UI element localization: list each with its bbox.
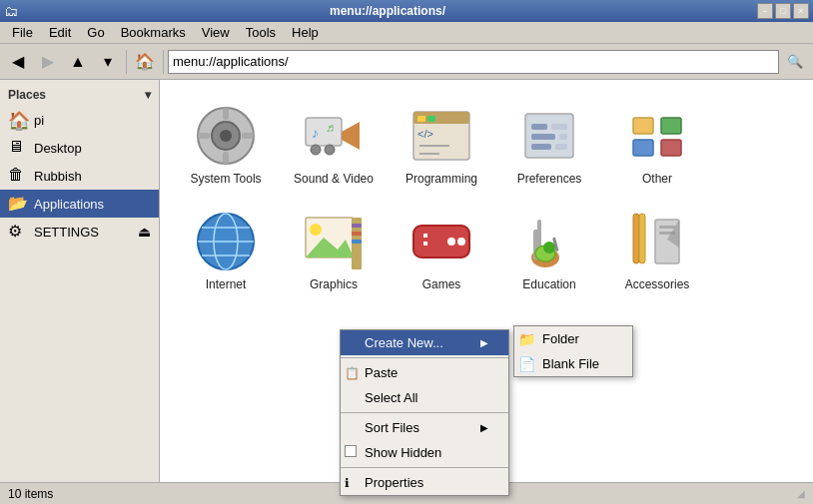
places-label: Places [8,88,46,102]
svg-point-38 [310,224,322,236]
ctx-properties[interactable]: ℹ Properties [341,470,508,495]
desktop-icon: 🖥 [8,138,28,158]
svg-rect-25 [559,134,567,140]
svg-rect-18 [417,116,425,122]
toolbar: ◀ ▶ ▲ ▾ 🏠 menu://applications/ 🔍 [0,44,813,80]
eject-icon[interactable]: ⏏ [138,224,151,240]
other-icon [625,104,689,168]
ctx-paste-label: Paste [365,365,398,380]
submenu-folder[interactable]: 📁 Folder [514,326,632,351]
home-icon: 🏠 [8,110,28,130]
svg-rect-23 [531,144,551,150]
paste-icon: 📋 [345,366,360,380]
apps-icon: 📂 [8,194,28,214]
back-button[interactable]: ◀ [4,48,32,76]
programming-icon: </> [409,104,473,168]
submenu-blank-file[interactable]: 📄 Blank File [514,351,632,376]
app-system-tools[interactable]: System Tools [176,96,276,194]
svg-marker-8 [342,122,360,150]
menu-go[interactable]: Go [79,23,112,42]
svg-rect-21 [531,124,547,130]
internet-label: Internet [206,277,247,291]
sound-video-icon: ♪ ♬ [302,104,366,168]
sidebar-arrow[interactable]: ▾ [145,88,151,102]
internet-icon [194,210,258,273]
close-button[interactable]: × [793,3,809,19]
sidebar-item-rubbish[interactable]: 🗑 Rubbish [0,162,159,190]
sidebar-item-label: pi [34,113,44,128]
trash-icon: 🗑 [8,166,28,186]
svg-text:♪: ♪ [312,125,319,141]
ctx-properties-label: Properties [365,475,423,490]
svg-point-54 [543,242,555,253]
menu-tools[interactable]: Tools [238,23,284,42]
submenu-arrow-icon: ▶ [480,337,488,348]
svg-rect-29 [633,140,653,156]
sidebar-item-applications[interactable]: 📂 Applications [0,190,159,218]
education-icon [517,210,581,273]
app-games[interactable]: Games [392,202,491,299]
app-accessories[interactable]: Accessories [607,202,707,299]
svg-point-10 [325,145,335,155]
sidebar-item-label: Desktop [34,141,82,156]
svg-rect-41 [352,232,362,236]
svg-rect-22 [531,134,555,140]
sidebar-item-desktop[interactable]: 🖥 Desktop [0,134,159,162]
svg-rect-27 [633,118,653,134]
preferences-icon [517,104,581,168]
sidebar-item-label: Rubbish [34,169,82,184]
svg-rect-30 [661,140,681,156]
up-button[interactable]: ▲ [64,48,92,76]
minimize-button[interactable]: − [757,3,773,19]
preferences-label: Preferences [517,172,582,186]
app-preferences[interactable]: Preferences [499,96,599,194]
svg-rect-52 [537,220,541,238]
menu-view[interactable]: View [194,23,238,42]
sort-files-arrow-icon: ▶ [480,422,488,433]
ctx-select-all-label: Select All [365,390,417,405]
games-label: Games [422,277,461,291]
graphics-label: Graphics [310,277,358,291]
svg-point-2 [220,130,232,142]
app-graphics[interactable]: Graphics [284,202,384,299]
forward-button[interactable]: ▶ [34,48,62,76]
svg-point-47 [457,238,465,246]
menu-edit[interactable]: Edit [41,23,79,42]
ctx-create-new[interactable]: Create New... ▶ [341,330,508,355]
status-text: 10 items [8,487,53,501]
menu-file[interactable]: File [4,23,41,42]
svg-rect-49 [423,238,435,242]
app-education[interactable]: Education [499,202,599,299]
home-button[interactable]: 🏠 [131,48,159,76]
app-other[interactable]: Other [607,96,707,194]
app-internet[interactable]: Internet [176,202,276,299]
programming-label: Programming [406,172,477,186]
svg-rect-26 [555,144,567,150]
dropdown-button[interactable]: ▾ [94,48,122,76]
ctx-select-all[interactable]: Select All [341,385,508,410]
app-programming[interactable]: </> Programming [392,96,491,194]
svg-rect-28 [661,118,681,134]
menu-help[interactable]: Help [284,23,327,42]
svg-rect-40 [352,224,362,228]
menu-bookmarks[interactable]: Bookmarks [113,23,194,42]
address-bar[interactable]: menu://applications/ [168,50,779,74]
resize-grip-icon: ◢ [797,488,805,499]
menubar: File Edit Go Bookmarks View Tools Help [0,22,813,44]
svg-rect-4 [223,152,229,164]
svg-text:</>: </> [417,128,433,140]
title-icon: 🗂 [4,3,18,19]
ctx-sort-files[interactable]: Sort Files ▶ [341,415,508,440]
search-button[interactable]: 🔍 [781,48,809,76]
ctx-paste[interactable]: 📋 Paste [341,360,508,385]
context-menu: Create New... ▶ 📋 Paste Select All Sort … [340,329,509,496]
system-tools-label: System Tools [190,172,261,186]
maximize-button[interactable]: □ [775,3,791,19]
sidebar-item-settings[interactable]: ⚙ SETTINGS ⏏ [0,218,159,246]
toolbar-separator2 [163,50,164,74]
ctx-show-hidden[interactable]: Show Hidden [341,440,508,465]
app-sound-video[interactable]: ♪ ♬ Sound & Video [284,96,384,194]
svg-point-9 [311,145,321,155]
sidebar-item-pi[interactable]: 🏠 pi [0,106,159,134]
submenu-blank-file-label: Blank File [542,356,599,371]
